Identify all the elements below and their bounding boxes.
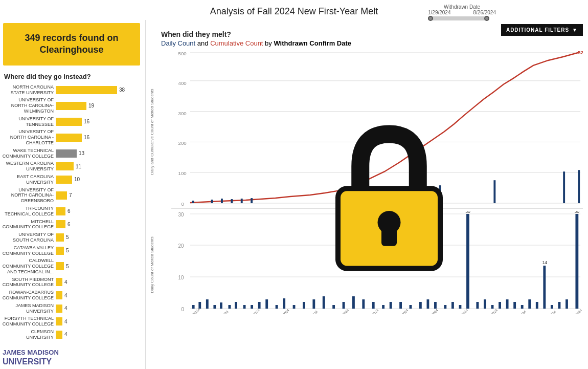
svg-rect-89	[575, 214, 578, 309]
list-item: UNIVERSITY OF NORTH CAROLINA-GREENSBORO7	[0, 187, 145, 204]
svg-rect-46	[229, 305, 231, 309]
bar-value: 13	[79, 150, 84, 156]
bar-label: JAMES MADISON UNIVERSITY	[2, 303, 56, 314]
svg-text:7/9/2024: 7/9/2024	[514, 310, 527, 314]
filter-button-label: ADDITIONAL FILTERS	[506, 27, 569, 33]
svg-text:4/10/2024: 4/10/2024	[396, 308, 409, 314]
svg-text:2/5/2024: 2/5/2024	[217, 310, 229, 314]
bar-value: 5	[66, 264, 69, 269]
bar-outer: 7	[56, 191, 143, 200]
svg-rect-72	[459, 305, 462, 309]
bar-value: 6	[67, 208, 71, 214]
bar-label: TRI-COUNTY TECHNICAL COLLEGE	[2, 206, 56, 217]
bar-fill	[56, 162, 74, 170]
bar-outer: 6	[56, 220, 143, 228]
bar-fill	[56, 233, 64, 242]
svg-text:30: 30	[178, 212, 184, 218]
university-logo: JAMES MADISON university	[3, 349, 59, 366]
svg-rect-81	[521, 305, 524, 309]
bar-value: 5	[66, 248, 69, 253]
bar-value: 5	[66, 234, 69, 240]
svg-text:500: 500	[178, 51, 187, 56]
bar-label: WAKE TECHNICAL COMMUNITY COLLEGE	[2, 148, 56, 159]
svg-text:5/15/2024: 5/15/2024	[455, 308, 468, 314]
bar-fill	[56, 118, 82, 126]
bar-label: UNIVERSITY OF NORTH CAROLINA-WILMINGTON	[2, 97, 56, 114]
svg-rect-56	[312, 299, 315, 309]
bar-value: 38	[119, 87, 125, 93]
list-item: NORTH CAROLINA STATE UNIVERSITY38	[0, 84, 145, 96]
svg-text:30: 30	[575, 211, 580, 214]
svg-rect-57	[323, 296, 325, 309]
svg-rect-15	[221, 199, 223, 203]
bar-value: 4	[64, 279, 67, 285]
bar-outer: 38	[56, 86, 143, 94]
list-item: UNIVERSITY OF NORTH CAROLINA-WILMINGTON1…	[0, 97, 145, 114]
svg-rect-30	[493, 180, 495, 203]
bar-label: NORTH CAROLINA STATE UNIVERSITY	[2, 84, 56, 96]
list-item: MITCHELL COMMUNITY COLLEGE6	[0, 219, 145, 230]
svg-text:4/25/2024: 4/25/2024	[425, 308, 439, 314]
bar-label: CLEMSON UNIVERSITY	[2, 329, 56, 340]
svg-rect-45	[220, 302, 222, 309]
svg-rect-87	[558, 302, 561, 309]
svg-rect-73	[466, 214, 469, 309]
bar-fill	[56, 291, 62, 299]
svg-rect-53	[283, 298, 285, 309]
svg-rect-70	[444, 305, 446, 309]
svg-text:3/11/2024: 3/11/2024	[336, 308, 349, 314]
bar-outer: 13	[56, 149, 143, 158]
bar-outer: 4	[56, 331, 143, 339]
svg-rect-86	[551, 305, 553, 309]
sidebar: 349 records found on Clearinghouse Where…	[0, 20, 146, 369]
list-item: CALDWELL COMMUNITY COLLEGE AND TECHNICAL…	[0, 258, 145, 274]
svg-rect-60	[352, 296, 355, 309]
bar-outer: 5	[56, 262, 143, 270]
svg-rect-84	[543, 266, 546, 309]
svg-text:14: 14	[542, 260, 547, 265]
svg-rect-59	[343, 302, 345, 309]
svg-rect-44	[213, 305, 216, 309]
svg-text:2/25/2024: 2/25/2024	[277, 308, 290, 314]
bar-value: 4	[64, 332, 67, 337]
bottom-chart-y-label: Daily Count of Melted Students	[150, 229, 154, 301]
svg-rect-41	[192, 305, 195, 309]
svg-rect-32	[578, 170, 580, 203]
svg-rect-18	[251, 198, 253, 203]
svg-rect-14	[211, 200, 213, 203]
bar-label: UNIVERSITY OF NORTH CAROLINA - CHARLOTTE	[2, 129, 56, 145]
bar-value: 7	[69, 192, 72, 198]
svg-text:200: 200	[178, 140, 187, 146]
svg-rect-65	[399, 302, 402, 309]
bar-fill	[56, 86, 117, 94]
bar-value: 19	[88, 103, 94, 108]
list-item: UNIVERSITY OF SOUTH CAROLINA5	[0, 232, 145, 243]
bar-outer: 11	[56, 162, 143, 170]
svg-text:30: 30	[465, 211, 470, 214]
svg-text:3/16/2024: 3/16/2024	[366, 308, 379, 314]
bar-value: 10	[74, 177, 80, 182]
svg-rect-71	[451, 302, 454, 309]
bar-label: MITCHELL COMMUNITY COLLEGE	[2, 219, 56, 230]
svg-rect-80	[513, 302, 516, 309]
records-badge: 349 records found on Clearinghouse	[3, 23, 140, 66]
additional-filters-button[interactable]: ADDITIONAL FILTERS ▼	[501, 24, 583, 36]
bar-fill	[56, 191, 67, 200]
bar-label: UNIVERSITY OF NORTH CAROLINA-GREENSBORO	[2, 187, 56, 204]
bar-label: ROWAN-CABARRUS COMMUNITY COLLEGE	[2, 290, 56, 301]
list-item: CATAWBA VALLEY COMMUNITY COLLEGE5	[0, 245, 145, 256]
bar-label: EAST CAROLINA UNIVERSITY	[2, 174, 56, 185]
svg-text:100: 100	[178, 170, 187, 176]
svg-rect-13	[192, 201, 194, 203]
bar-fill	[56, 220, 65, 228]
svg-text:528: 528	[578, 50, 583, 55]
lock-overlay	[323, 121, 456, 275]
where-label: Where did they go instead?	[0, 71, 145, 84]
bar-value: 16	[84, 135, 89, 140]
bar-value: 4	[64, 293, 67, 298]
svg-rect-76	[484, 299, 486, 309]
svg-rect-75	[476, 302, 479, 309]
bar-outer: 4	[56, 278, 143, 286]
bar-outer: 4	[56, 291, 143, 299]
cumulative-count-label: Cumulative Count	[210, 39, 263, 47]
